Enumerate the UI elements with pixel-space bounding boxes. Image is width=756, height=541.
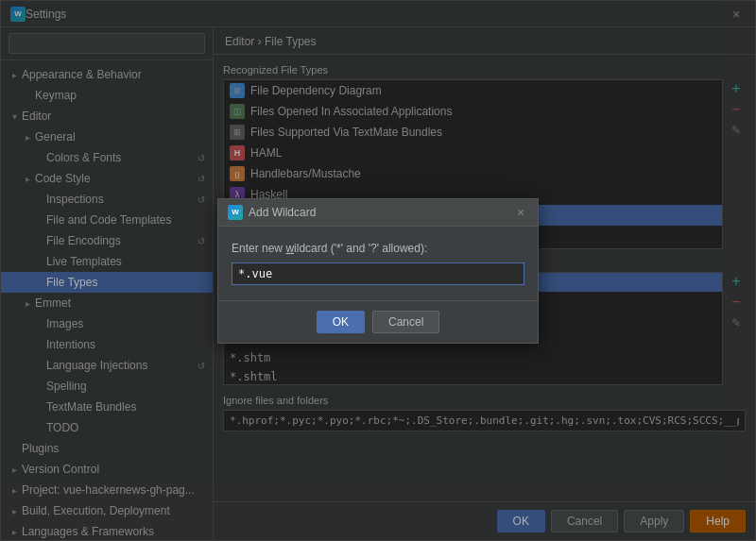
add-wildcard-dialog: W Add Wildcard × Enter new wildcard ('*'… (217, 198, 539, 344)
dialog-overlay: W Add Wildcard × Enter new wildcard ('*'… (0, 0, 756, 541)
dialog-ok-button[interactable]: OK (317, 311, 365, 333)
dialog-body: Enter new wildcard ('*' and '?' allowed)… (218, 227, 538, 300)
wildcard-input[interactable] (232, 262, 524, 285)
dialog-label: Enter new wildcard ('*' and '?' allowed)… (232, 242, 524, 255)
dialog-title-text: Add Wildcard (249, 206, 507, 219)
dialog-close-button[interactable]: × (513, 205, 528, 220)
dialog-icon: W (228, 205, 243, 220)
dialog-title-bar: W Add Wildcard × (218, 199, 538, 227)
dialog-buttons: OK Cancel (218, 300, 538, 343)
dialog-cancel-button[interactable]: Cancel (372, 311, 439, 333)
